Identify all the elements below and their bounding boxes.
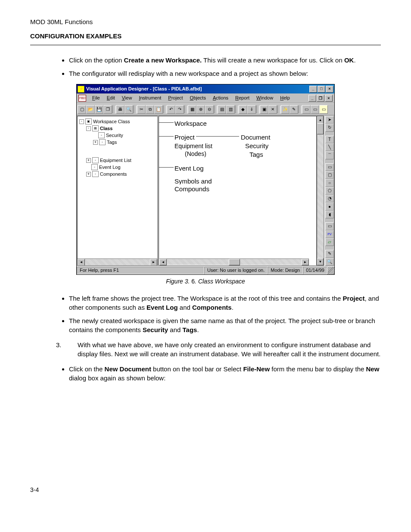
mdi-minimize-button[interactable]: _ bbox=[308, 95, 316, 102]
leader-line bbox=[196, 136, 239, 137]
menu-report[interactable]: Report bbox=[232, 95, 253, 101]
zoomout-button[interactable]: ⊖ bbox=[205, 105, 214, 114]
compile-button[interactable]: ◆ bbox=[239, 105, 247, 114]
pv-tool[interactable]: PV bbox=[325, 230, 334, 238]
pencil-tool[interactable]: ✎ bbox=[325, 250, 334, 258]
rect-tool[interactable]: ▭ bbox=[325, 163, 334, 171]
menu-actions[interactable]: Actions bbox=[209, 95, 232, 101]
redo-button[interactable]: ↷ bbox=[175, 105, 184, 114]
canvas-scrollbar-h[interactable]: ◄ ► bbox=[159, 258, 309, 265]
options-button[interactable]: ✎ bbox=[290, 105, 298, 114]
tile-h-button[interactable]: ▤ bbox=[218, 105, 226, 114]
button-tool[interactable]: ▭ bbox=[325, 222, 334, 230]
saveall-button[interactable]: ❐ bbox=[103, 105, 112, 114]
scroll-thumb[interactable] bbox=[317, 123, 324, 134]
scroll-thumb[interactable] bbox=[229, 259, 240, 265]
statusbar: For Help, press F1 User: No user is logg… bbox=[77, 266, 334, 274]
tree-root[interactable]: - ▣ Workspace Class bbox=[78, 118, 156, 125]
expand-icon[interactable]: + bbox=[93, 140, 98, 145]
canvas[interactable]: Workspace Project Equipment list (Nodes)… bbox=[159, 116, 317, 266]
poly-tool[interactable]: ⬠ bbox=[325, 187, 334, 195]
save-button[interactable]: 💾 bbox=[95, 105, 103, 114]
print-button[interactable]: 🖶 bbox=[116, 105, 125, 114]
win2-button[interactable]: ▭ bbox=[311, 105, 319, 114]
tree-label: Security bbox=[106, 132, 123, 139]
open-button[interactable]: 📂 bbox=[86, 105, 95, 114]
collapse-icon[interactable]: - bbox=[86, 126, 91, 131]
tree-node-components[interactable]: + ▫ Components bbox=[78, 171, 156, 177]
tree-node-equipment[interactable]: + ▫ Equipment List bbox=[78, 157, 156, 164]
menu-edit[interactable]: Edit bbox=[103, 95, 118, 101]
download-button[interactable]: ⇓ bbox=[247, 105, 256, 114]
status-help: For Help, press F1 bbox=[77, 267, 204, 274]
canvas-scrollbar-v[interactable]: ▲ ▼ bbox=[317, 116, 324, 266]
maximize-button[interactable]: □ bbox=[318, 86, 325, 93]
minimize-button[interactable]: _ bbox=[309, 86, 317, 93]
menu-window[interactable]: Window bbox=[253, 95, 277, 101]
scroll-left-icon[interactable]: ◄ bbox=[78, 259, 85, 266]
fillellipse-tool[interactable]: ● bbox=[325, 202, 334, 210]
divider bbox=[30, 45, 381, 45]
tree-pane[interactable]: - ▣ Workspace Class - ▤ Class ▫ Security bbox=[77, 116, 158, 266]
grid-button[interactable]: ▦ bbox=[188, 105, 196, 114]
zoom-tool[interactable]: 🔍 bbox=[325, 258, 334, 266]
wizard-button[interactable]: ✨ bbox=[281, 105, 290, 114]
prop-button[interactable]: ▣ bbox=[260, 105, 268, 114]
annot-security: Security bbox=[245, 141, 268, 150]
roundrect-tool[interactable]: ▢ bbox=[325, 171, 334, 179]
close-button[interactable]: × bbox=[326, 86, 333, 93]
rotate-tool[interactable]: ↻ bbox=[325, 124, 334, 131]
scroll-right-icon[interactable]: ► bbox=[302, 259, 309, 265]
tile-v-button[interactable]: ▥ bbox=[226, 105, 235, 114]
scroll-down-icon[interactable]: ▼ bbox=[317, 258, 324, 265]
section-title: CONFIGURATION EXAMPLES bbox=[30, 31, 381, 40]
annot-project: Project bbox=[174, 133, 195, 142]
new-button[interactable]: ▢ bbox=[78, 105, 86, 114]
menu-view[interactable]: View bbox=[118, 95, 136, 101]
doc-icon: ▫ bbox=[92, 171, 99, 177]
delete-button[interactable]: ✕ bbox=[268, 105, 277, 114]
leader-line bbox=[159, 136, 174, 137]
tree-node-class[interactable]: - ▤ Class bbox=[78, 125, 156, 132]
menu-help[interactable]: Help bbox=[277, 95, 293, 101]
copy-button[interactable]: ⧉ bbox=[146, 105, 154, 114]
pie-tool[interactable]: ◔ bbox=[325, 195, 334, 202]
menu-objects[interactable]: Objects bbox=[187, 95, 209, 101]
text-tool[interactable]: T bbox=[325, 136, 334, 143]
tree-node-tags[interactable]: + ▫ Tags bbox=[78, 139, 156, 146]
annot-eventlog: Event Log bbox=[174, 164, 204, 173]
ellipse-tool[interactable]: ○ bbox=[325, 179, 334, 187]
mdi-restore-button[interactable]: ❐ bbox=[317, 95, 324, 102]
scroll-up-icon[interactable]: ▲ bbox=[317, 116, 324, 124]
zoomin-button[interactable]: ⊕ bbox=[196, 105, 205, 114]
bullet-list-mid: The left frame shows the project tree. T… bbox=[69, 294, 381, 334]
tree-label: Workspace Class bbox=[93, 118, 130, 125]
mdi-close-button[interactable]: × bbox=[325, 95, 333, 102]
expand-icon[interactable]: + bbox=[86, 172, 91, 177]
paste-button[interactable]: 📋 bbox=[154, 105, 163, 114]
chord-tool[interactable]: ◖ bbox=[325, 211, 334, 218]
win3-button[interactable]: ▭ bbox=[319, 105, 328, 114]
trend-tool[interactable]: ▱ bbox=[325, 238, 334, 246]
tree-node-security[interactable]: ▫ Security bbox=[78, 132, 156, 139]
undo-button[interactable]: ↶ bbox=[167, 105, 175, 114]
preview-button[interactable]: 🔍 bbox=[125, 105, 133, 114]
tree-scrollbar-h[interactable]: ◄ ► bbox=[78, 258, 157, 265]
menu-project[interactable]: Project bbox=[165, 95, 186, 101]
item-text: With what we have above, we have only cr… bbox=[78, 340, 381, 358]
line-tool[interactable]: ╲ bbox=[325, 143, 334, 151]
menu-instrument[interactable]: Instrument bbox=[135, 95, 165, 101]
workspace-area: - ▣ Workspace Class - ▤ Class ▫ Security bbox=[77, 115, 334, 266]
collapse-icon[interactable]: - bbox=[79, 119, 84, 124]
scroll-left-icon[interactable]: ◄ bbox=[159, 259, 167, 265]
pointer-tool[interactable]: ➤ bbox=[325, 116, 334, 124]
cut-button[interactable]: ✂ bbox=[137, 105, 146, 114]
win1-button[interactable]: ▭ bbox=[302, 105, 311, 114]
resize-grip[interactable] bbox=[327, 267, 334, 274]
expand-icon[interactable]: + bbox=[86, 158, 91, 163]
numbered-item: 3. With what we have above, we have only… bbox=[56, 340, 381, 358]
arc-tool[interactable]: ⌒ bbox=[325, 151, 334, 159]
menu-file[interactable]: File bbox=[89, 95, 103, 101]
scroll-right-icon[interactable]: ► bbox=[150, 259, 157, 266]
tree-node-eventlog[interactable]: ▫ Event Log bbox=[78, 164, 156, 171]
